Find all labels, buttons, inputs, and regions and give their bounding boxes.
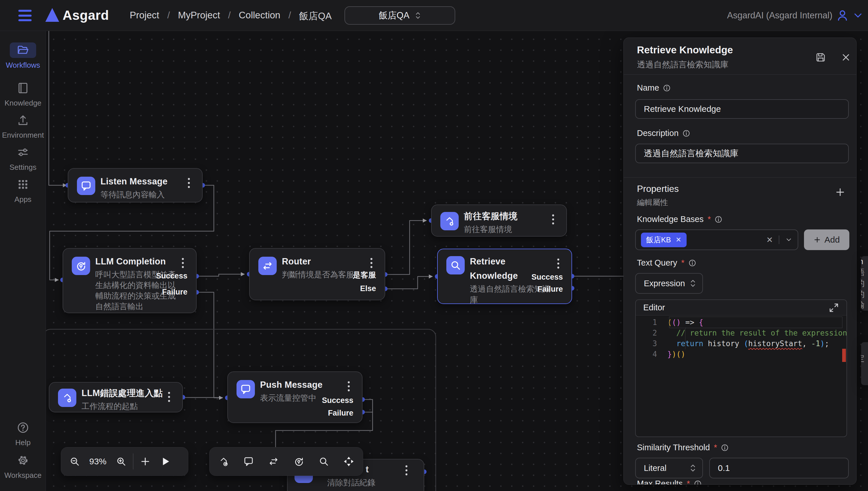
info-icon[interactable] (721, 443, 729, 452)
sliders-icon (10, 145, 36, 160)
palette-message-icon[interactable] (239, 447, 259, 476)
breadcrumb-myproject[interactable]: MyProject (178, 10, 220, 23)
node-menu-button[interactable] (343, 380, 354, 393)
folder-icon (10, 42, 36, 58)
palette-search-icon[interactable] (314, 447, 334, 476)
text-query-mode-dropdown[interactable]: Expression (635, 273, 703, 294)
zoom-out-button[interactable] (64, 447, 85, 476)
node-title: Router (282, 256, 373, 267)
code-line: 2 // return the result of the expression (636, 328, 846, 339)
node-subtitle: 前往客服情境 (464, 224, 555, 235)
max-results-label: Max Results* (637, 479, 702, 485)
app-logo: Asgard (62, 7, 109, 23)
menu-icon[interactable] (18, 10, 32, 21)
node-llm-error-entry[interactable]: LLM錯誤處理進入點 工作流程的起點 (49, 382, 183, 412)
clear-select-icon[interactable]: ✕ (766, 235, 773, 244)
breadcrumb-project[interactable]: Project (130, 10, 159, 23)
add-kb-button[interactable]: Add (804, 229, 849, 250)
panel-divider (624, 74, 856, 75)
info-icon[interactable] (714, 215, 723, 224)
add-node-button[interactable] (135, 447, 155, 476)
palette-router-icon[interactable] (264, 447, 283, 476)
sidebar-item-apps[interactable]: Apps (0, 177, 46, 204)
name-label: Name (637, 83, 671, 93)
properties-title: Properties (637, 183, 679, 194)
palette-llm-icon[interactable] (289, 447, 309, 476)
node-retrieve-knowledge[interactable]: Retrieve Knowledge 透過自然語言檢索知識庫 Success F… (437, 249, 572, 304)
info-icon[interactable] (694, 480, 702, 485)
node-router[interactable]: Router 判斷情境是否為客服 是客服 Else (249, 248, 385, 300)
output-label-cs: 是客服 (353, 270, 376, 280)
node-menu-button[interactable] (552, 257, 564, 270)
editor-code[interactable]: 1(() => {2 // return the result of the e… (636, 316, 846, 359)
name-input[interactable]: Retrieve Knowledge (635, 99, 849, 119)
user-icon[interactable] (836, 9, 849, 23)
chevron-down-icon[interactable] (853, 12, 863, 21)
code-line: 3 return history (historyStart, -1); (636, 339, 846, 349)
sidebar-item-workspace[interactable]: Workspace (0, 453, 46, 480)
zoom-in-button[interactable] (111, 447, 131, 476)
node-llm-completion[interactable]: LLM Completion 呼叫大型語言模型並產生結構化的資料輸出以輔助流程的… (62, 248, 197, 313)
sidebar: Workflows Knowledge Environment Settings… (0, 31, 46, 491)
node-push-message[interactable]: Push Message 表示流量控管中 Success Failure (227, 371, 362, 423)
node-menu-button[interactable] (177, 257, 189, 269)
sidebar-item-knowledge[interactable]: Knowledge (0, 80, 46, 108)
remove-tag-icon[interactable]: ✕ (676, 236, 681, 244)
clipped-tooltip-bottom: e 定 (861, 342, 868, 385)
workflow-select-dropdown[interactable]: 飯店QA (345, 6, 455, 25)
node-menu-button[interactable] (366, 257, 377, 269)
output-label-failure: Failure (537, 285, 563, 294)
save-icon[interactable] (814, 51, 827, 64)
output-label-success: Success (156, 271, 187, 281)
node-goto-cs[interactable]: 前往客服情境 前往客服情境 (431, 204, 567, 237)
close-icon[interactable] (840, 51, 852, 64)
node-subtitle: 清除對話紀錄 (327, 477, 412, 488)
code-line: 4})() (636, 349, 846, 359)
node-title: LLM錯誤處理進入點 (82, 387, 171, 399)
similarity-value-input[interactable]: 0.1 (709, 458, 849, 479)
breadcrumb: Project / MyProject / Collection / 飯店QA (130, 10, 332, 23)
node-menu-button[interactable] (547, 213, 559, 226)
breadcrumb-workflow[interactable]: 飯店QA (299, 10, 332, 23)
clipped-tooltip-top: m 語 的 的 輸 (861, 256, 868, 311)
error-marker (842, 349, 846, 362)
router-icon (258, 257, 277, 275)
similarity-threshold-label: Similarity Threshold* (637, 443, 729, 452)
fit-view-icon[interactable] (339, 447, 359, 476)
search-icon (446, 256, 465, 275)
info-icon[interactable] (682, 129, 690, 138)
sidebar-item-settings[interactable]: Settings (0, 145, 46, 172)
similarity-mode-dropdown[interactable]: Literal (635, 458, 703, 479)
gear-icon (10, 453, 36, 468)
output-label-failure: Failure (328, 409, 353, 417)
output-label-else: Else (360, 284, 376, 293)
info-icon[interactable] (688, 259, 697, 267)
asgard-logo-icon (45, 8, 59, 22)
info-icon[interactable] (662, 84, 671, 92)
description-label: Description (637, 128, 690, 138)
knowledge-bases-select[interactable]: 飯店KB ✕ ✕ (635, 229, 798, 250)
sidebar-item-environment[interactable]: Environment (0, 112, 46, 140)
palette-entrypoint-icon[interactable] (214, 447, 234, 476)
add-property-icon[interactable] (834, 186, 846, 199)
breadcrumb-collection[interactable]: Collection (239, 10, 280, 23)
node-menu-button[interactable] (183, 177, 195, 189)
account-name: AsgardAI (Asgard Internal) (727, 10, 833, 21)
help-icon (10, 420, 36, 435)
node-title: Retrieve Knowledge (470, 254, 530, 283)
run-workflow-button[interactable] (155, 447, 175, 476)
chat-bubble-icon (237, 380, 255, 398)
description-input[interactable]: 透過自然語言檢索知識庫 (635, 144, 849, 163)
sidebar-item-help[interactable]: Help (0, 420, 46, 447)
panel-title: Retrieve Knowledge (637, 44, 733, 56)
output-label-success: Success (322, 396, 353, 405)
chevron-down-icon[interactable] (785, 236, 792, 243)
sidebar-item-workflows[interactable]: Workflows (0, 42, 46, 70)
node-listen-message[interactable]: Listen Message 等待訊息內容輸入 (68, 168, 202, 202)
node-menu-button[interactable] (163, 391, 175, 403)
properties-subtitle: 編輯屬性 (637, 197, 668, 208)
plus-icon (813, 236, 821, 243)
node-menu-button[interactable] (401, 464, 412, 476)
expression-editor[interactable]: Editor 1(() => {2 // return the result o… (635, 299, 847, 437)
expand-editor-icon[interactable] (828, 301, 840, 314)
